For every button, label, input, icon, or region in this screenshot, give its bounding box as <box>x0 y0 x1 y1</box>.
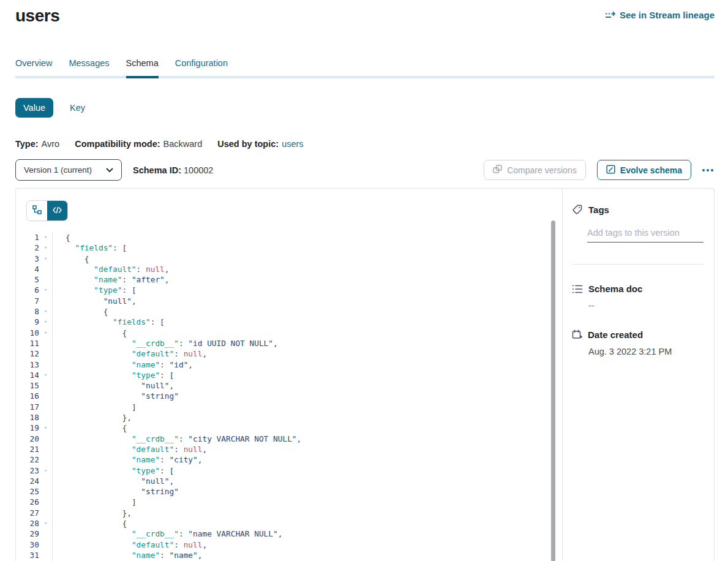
line-number: 24 <box>16 476 39 486</box>
fold-spacer <box>39 497 52 507</box>
schema-doc-value: -- <box>588 301 704 311</box>
code-text: "__crdb__": "city VARCHAR NOT NULL", <box>52 434 562 444</box>
line-number: 9 <box>16 317 39 327</box>
line-number: 21 <box>16 444 39 454</box>
schema-page: users See in Stream lineage Overview Mes… <box>0 0 728 561</box>
line-number: 1 <box>16 232 39 243</box>
used-by-topic-label: Used by topic: <box>217 139 279 149</box>
fold-arrow-icon[interactable]: ▾ <box>39 518 52 529</box>
code-text: "fields": [ <box>52 317 562 327</box>
fold-spacer <box>39 348 52 359</box>
schema-doc-heading: Schema doc <box>588 284 642 294</box>
fold-spacer <box>39 402 52 412</box>
code-lines[interactable]: 1▾{2▾ "fields": [3▾ {4 "default": null,5… <box>16 232 562 561</box>
line-number: 19 <box>16 423 39 433</box>
line-number: 17 <box>16 402 39 412</box>
fold-arrow-icon[interactable]: ▾ <box>39 370 52 380</box>
version-select-value: Version 1 (current) <box>24 165 92 175</box>
code-line: 29 "__crdb__": "name VARCHAR NULL", <box>16 529 562 539</box>
code-text: "null", <box>52 476 562 486</box>
tree-view-button[interactable] <box>27 201 47 220</box>
code-line: 21 "default": null, <box>16 444 562 454</box>
code-text: "null", <box>52 380 562 391</box>
fold-spacer <box>39 476 52 486</box>
code-text: { <box>52 328 562 338</box>
fold-spacer <box>39 264 52 274</box>
code-line: 28▾ { <box>16 518 562 529</box>
line-number: 15 <box>16 380 39 391</box>
code-line: 23▾ "type": [ <box>16 465 562 476</box>
code-text: ] <box>52 497 562 507</box>
code-line: 20 "__crdb__": "city VARCHAR NOT NULL", <box>16 434 562 444</box>
vertical-scrollbar[interactable] <box>551 220 555 561</box>
line-number: 10 <box>16 328 39 338</box>
stream-lineage-link[interactable]: See in Stream lineage <box>605 10 715 20</box>
evolve-schema-button[interactable]: Evolve schema <box>597 160 691 180</box>
line-number: 28 <box>16 518 39 529</box>
compare-versions-button[interactable]: Compare versions <box>484 160 586 180</box>
tab-messages[interactable]: Messages <box>69 56 109 76</box>
fold-arrow-icon[interactable]: ▾ <box>39 317 52 327</box>
code-line: 14▾ "type": [ <box>16 370 562 380</box>
schema-sidebar: Tags Schema doc -- <box>563 189 714 561</box>
fold-arrow-icon[interactable]: ▾ <box>39 465 52 476</box>
fold-arrow-icon[interactable]: ▾ <box>39 243 52 253</box>
code-text: "default": null, <box>52 264 562 274</box>
code-line: 8▾ { <box>16 306 562 317</box>
line-number: 3 <box>16 254 39 264</box>
line-number: 2 <box>16 243 39 253</box>
fold-arrow-icon[interactable]: ▾ <box>39 232 52 243</box>
code-text: "type": [ <box>52 285 562 295</box>
fold-spacer <box>39 391 52 401</box>
line-number: 11 <box>16 338 39 348</box>
fold-spacer <box>39 486 52 497</box>
code-line: 30 "default": null, <box>16 540 562 550</box>
line-number: 20 <box>16 434 39 444</box>
value-toggle-button[interactable]: Value <box>15 98 53 118</box>
tags-section-header: Tags <box>572 204 704 215</box>
version-bar: Version 1 (current) Schema ID: 100002 Co… <box>15 159 715 181</box>
date-created-section: Date created Aug. 3 2022 3:21 PM <box>572 329 704 356</box>
code-line: 7 "null", <box>16 296 562 306</box>
tab-schema[interactable]: Schema <box>126 56 159 76</box>
code-line: 12 "default": null, <box>16 348 562 359</box>
tab-configuration[interactable]: Configuration <box>175 56 228 76</box>
code-text: "default": null, <box>52 348 562 359</box>
tab-overview[interactable]: Overview <box>15 56 52 76</box>
line-number: 8 <box>16 306 39 317</box>
line-number: 13 <box>16 360 39 370</box>
date-created-header: Date created <box>572 329 704 340</box>
code-line: 6▾ "type": [ <box>16 285 562 295</box>
code-text: "name": "after", <box>52 274 562 285</box>
type-value: Avro <box>42 139 60 149</box>
line-number: 30 <box>16 540 39 550</box>
code-text: "string" <box>52 486 562 497</box>
fold-arrow-icon[interactable]: ▾ <box>39 285 52 295</box>
line-number: 4 <box>16 264 39 274</box>
view-toggle <box>26 200 68 221</box>
compare-icon <box>493 165 502 175</box>
schema-doc-section: Schema doc -- <box>572 284 704 311</box>
code-line: 16 "string" <box>16 391 562 401</box>
line-number: 29 <box>16 529 39 539</box>
code-line: 26 ] <box>16 497 562 507</box>
topic-link[interactable]: users <box>282 139 303 149</box>
version-select[interactable]: Version 1 (current) <box>15 159 122 181</box>
code-view-button[interactable] <box>47 201 67 220</box>
fold-arrow-icon[interactable]: ▾ <box>39 423 52 433</box>
fold-arrow-icon[interactable]: ▾ <box>39 328 52 338</box>
code-text: "name": "id", <box>52 360 562 370</box>
schema-panel: 1▾{2▾ "fields": [3▾ {4 "default": null,5… <box>15 188 715 561</box>
evolve-schema-label: Evolve schema <box>620 165 682 175</box>
key-toggle-button[interactable]: Key <box>70 103 85 113</box>
value-key-toggle: Value Key <box>15 98 715 118</box>
fold-arrow-icon[interactable]: ▾ <box>39 254 52 264</box>
fold-spacer <box>39 434 52 444</box>
fold-spacer <box>39 444 52 454</box>
add-tags-input[interactable] <box>587 228 704 243</box>
fold-arrow-icon[interactable]: ▾ <box>39 306 52 317</box>
code-line: 24 "null", <box>16 476 562 486</box>
code-text: "fields": [ <box>52 243 562 253</box>
code-line: 4 "default": null, <box>16 264 562 274</box>
more-options-button[interactable] <box>701 165 715 175</box>
